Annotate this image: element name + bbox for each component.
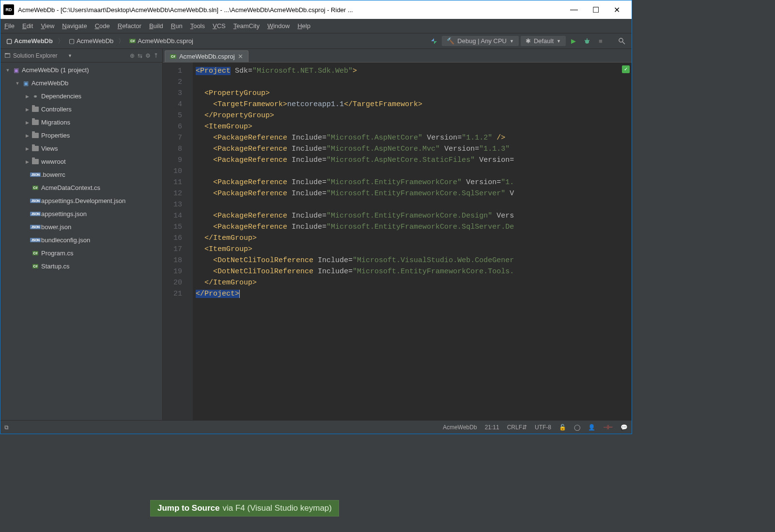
main-area: 🗔 Solution Explorer ▼ ⊕ ⇆ ⚙ ⤒ ▼▣AcmeWebD… <box>0 49 632 420</box>
svg-line-2 <box>585 40 586 41</box>
status-caret-pos[interactable]: 21:11 <box>485 424 499 431</box>
status-line-ending[interactable]: CRLF⇵ <box>507 424 527 431</box>
run-button[interactable]: ▶ <box>568 35 579 47</box>
tree-label: Startup.cs <box>41 263 70 270</box>
editor-tab[interactable]: C# AcmeWebDb.csproj ✕ <box>165 50 248 62</box>
file-icon: ▣ <box>21 80 31 87</box>
build-icon[interactable] <box>428 35 440 47</box>
tree-item[interactable]: ▶Properties <box>0 129 162 142</box>
tree-item[interactable]: C#Program.cs <box>0 247 162 260</box>
menu-help[interactable]: Help <box>297 22 310 30</box>
memory-icon[interactable]: 👤 <box>588 424 595 431</box>
panel-icon: 🗔 <box>4 52 10 59</box>
chevron-down-icon: ▼ <box>510 39 514 44</box>
tree-label: AcmeWebDb (1 project) <box>22 66 89 74</box>
tree-label: Migrations <box>41 119 70 126</box>
tree-label: bundleconfig.json <box>41 236 90 244</box>
file-icon <box>31 133 40 138</box>
status-bar: ⧉ AcmeWebDb 21:11 CRLF⇵ UTF-8 🔓 ◯ 👤 ⊣⊢ 💬 <box>0 420 632 434</box>
tree-item[interactable]: ▼▣AcmeWebDb <box>0 77 162 90</box>
breadcrumb-file[interactable]: C# AcmeWebDb.csproj <box>127 36 195 46</box>
tree-item[interactable]: ▶⚭Dependencies <box>0 90 162 103</box>
tree-item[interactable]: C#Startup.cs <box>0 260 162 273</box>
file-icon: ⚭ <box>31 93 40 100</box>
tree-arrow-icon[interactable]: ▶ <box>24 159 31 164</box>
menu-teamcity[interactable]: TeamCity <box>233 22 260 30</box>
code-content[interactable]: <Project Sdk="Microsoft.NET.Sdk.Web"> <P… <box>193 63 632 420</box>
solution-icon: ▢ <box>6 37 12 45</box>
tree-arrow-icon[interactable]: ▶ <box>24 107 31 112</box>
close-button[interactable]: ✕ <box>614 5 620 15</box>
tool-window-icon[interactable]: ⧉ <box>4 424 9 431</box>
inspection-indicator-icon[interactable]: ◯ <box>574 424 580 431</box>
search-button[interactable] <box>616 35 628 47</box>
tree-arrow-icon[interactable]: ▶ <box>24 120 31 125</box>
file-icon: JSON <box>31 212 40 216</box>
tree-arrow-icon[interactable]: ▶ <box>24 133 31 138</box>
tree-item[interactable]: JSONappsettings.Development.json <box>0 194 162 207</box>
file-icon <box>31 107 40 112</box>
maximize-button[interactable]: ☐ <box>592 5 599 15</box>
tree-arrow-icon[interactable]: ▶ <box>24 146 31 151</box>
file-icon <box>31 120 40 125</box>
breadcrumb: ▢ AcmeWebDb 〉 ▢ AcmeWebDb 〉 C# AcmeWebDb… <box>4 36 426 46</box>
file-icon: JSON <box>31 199 40 203</box>
fold-column[interactable] <box>186 63 193 420</box>
settings-icon[interactable]: ⚙ <box>145 52 151 59</box>
build-config-dropdown[interactable]: 🔨 Debug | Any CPU ▼ <box>442 36 519 46</box>
menu-tools[interactable]: Tools <box>190 22 205 30</box>
svg-line-5 <box>622 42 625 44</box>
tree-item[interactable]: JSONbower.json <box>0 220 162 234</box>
file-icon: C# <box>31 251 40 255</box>
file-icon: C# <box>31 186 40 190</box>
panel-title: Solution Explorer <box>13 52 65 59</box>
solution-tree[interactable]: ▼▣AcmeWebDb (1 project)▼▣AcmeWebDb▶⚭Depe… <box>0 63 162 420</box>
status-encoding[interactable]: UTF-8 <box>535 424 551 431</box>
code-editor[interactable]: 123456789101112131415161718192021 <Proje… <box>163 63 632 420</box>
minimize-button[interactable]: — <box>570 5 578 15</box>
tree-item[interactable]: ▶Migrations <box>0 116 162 129</box>
run-config-dropdown[interactable]: ✱ Default ▼ <box>521 36 566 46</box>
hide-icon[interactable]: ⤒ <box>154 52 158 59</box>
tree-label: Program.cs <box>41 250 73 257</box>
file-icon: JSON <box>31 172 40 177</box>
target-icon[interactable]: ⊕ <box>130 52 135 59</box>
menu-view[interactable]: View <box>41 22 54 30</box>
tree-arrow-icon[interactable]: ▶ <box>24 94 31 99</box>
notification-icon[interactable]: ⊣⊢ <box>603 424 613 431</box>
tree-item[interactable]: ▼▣AcmeWebDb (1 project) <box>0 63 162 77</box>
menu-code[interactable]: Code <box>95 22 110 30</box>
tree-arrow-icon[interactable]: ▼ <box>14 81 21 86</box>
feedback-icon[interactable]: 💬 <box>620 424 628 431</box>
status-project[interactable]: AcmeWebDb <box>443 424 477 431</box>
collapse-icon[interactable]: ⇆ <box>138 52 142 59</box>
menu-window[interactable]: Window <box>267 22 290 30</box>
tree-item[interactable]: JSONbundleconfig.json <box>0 234 162 247</box>
tree-arrow-icon[interactable]: ▼ <box>4 68 11 73</box>
toolbar: ▢ AcmeWebDb 〉 ▢ AcmeWebDb 〉 C# AcmeWebDb… <box>0 33 632 49</box>
tree-item[interactable]: ▶Controllers <box>0 103 162 116</box>
tree-item[interactable]: ▶wwwroot <box>0 155 162 168</box>
breadcrumb-project[interactable]: ▢ AcmeWebDb <box>67 36 115 46</box>
tree-item[interactable]: C#AcmeDataContext.cs <box>0 181 162 194</box>
menu-run[interactable]: Run <box>171 22 183 30</box>
breadcrumb-solution[interactable]: ▢ AcmeWebDb <box>4 36 55 46</box>
tree-item[interactable]: JSON.bowerrc <box>0 168 162 181</box>
menu-vcs[interactable]: VCS <box>213 22 226 30</box>
menu-edit[interactable]: Edit <box>22 22 33 30</box>
tree-item[interactable]: JSONappsettings.json <box>0 207 162 220</box>
run-config-label: Default <box>534 37 554 45</box>
close-tab-icon[interactable]: ✕ <box>238 53 243 60</box>
menu-navigate[interactable]: Navigate <box>62 22 87 30</box>
stop-button[interactable]: ■ <box>595 35 606 47</box>
debug-button[interactable] <box>581 35 593 47</box>
tree-label: Controllers <box>41 106 72 113</box>
tree-item[interactable]: ▶Views <box>0 142 162 155</box>
chevron-down-icon[interactable]: ▼ <box>68 53 72 58</box>
menu-file[interactable]: File <box>4 22 15 30</box>
inspection-ok-icon[interactable]: ✓ <box>622 65 630 73</box>
lock-icon[interactable]: 🔓 <box>559 424 566 431</box>
file-icon <box>31 146 40 151</box>
menu-refactor[interactable]: Refactor <box>118 22 141 30</box>
menu-build[interactable]: Build <box>149 22 163 30</box>
